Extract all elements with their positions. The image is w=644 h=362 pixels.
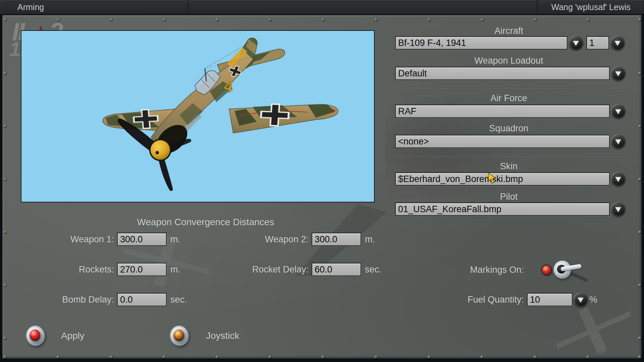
rivet: [533, 18, 536, 21]
rivet: [3, 337, 6, 340]
rivet: [3, 178, 6, 181]
dropdown-arrow-icon: [615, 139, 621, 144]
convergence-title: Weapon Convergence Distances: [105, 216, 306, 229]
apply-button-dome: [30, 329, 40, 341]
dropdown-arrow-icon: [578, 298, 584, 303]
markings-indicator-light: [542, 265, 551, 275]
pilot-label: Pilot: [395, 190, 623, 203]
dropdown-arrow-icon: [573, 41, 579, 46]
weapon1-input[interactable]: 300.0: [117, 233, 167, 246]
airforce-label: Air Force: [395, 92, 623, 105]
apply-label: Apply: [61, 329, 85, 343]
airforce-select[interactable]: RAF: [395, 105, 610, 118]
aircraft-dropdown-button[interactable]: [569, 36, 583, 50]
rivet: [162, 18, 165, 21]
rivet: [427, 18, 430, 21]
markings-label: Markings On:: [443, 263, 524, 277]
rivet: [638, 72, 641, 75]
mouse-cursor-icon: [488, 172, 497, 184]
bomb-delay-label: Bomb Delay:: [47, 293, 114, 306]
pilot-select[interactable]: 01_USAF_KoreaFall.bmp: [395, 202, 610, 216]
rivet: [268, 355, 271, 358]
joystick-label: Joystick: [206, 329, 239, 343]
rivet: [427, 355, 430, 358]
rivet: [215, 355, 218, 358]
rivet: [321, 18, 324, 21]
rockets-input[interactable]: 270.0: [117, 263, 167, 276]
rivet: [638, 337, 641, 340]
skin-select[interactable]: $Eberhard_von_Boremski.bmp: [395, 172, 610, 186]
separator: [392, 88, 627, 89]
weapon2-unit: m.: [365, 233, 375, 246]
skin-dropdown-button[interactable]: [611, 172, 626, 186]
aircraft-label: Aircraft: [395, 24, 623, 38]
bomb-delay-input[interactable]: 0.0: [117, 293, 167, 306]
dropdown-arrow-icon: [614, 41, 621, 46]
rivet: [3, 125, 6, 128]
rivet: [533, 355, 536, 358]
aircraft-count-field[interactable]: 1: [586, 36, 609, 50]
joystick-button-dome: [173, 329, 184, 341]
squadron-dropdown-button[interactable]: [611, 134, 626, 149]
aircraft-preview-image: 4: [21, 31, 374, 202]
rivet: [215, 18, 218, 21]
skin-label: Skin: [395, 160, 623, 173]
rivet: [638, 231, 641, 234]
joystick-button[interactable]: [170, 325, 189, 346]
weapon1-unit: m.: [170, 233, 180, 246]
dropdown-arrow-icon: [615, 207, 621, 212]
weapon2-input[interactable]: 300.0: [312, 233, 361, 246]
dropdown-arrow-icon: [615, 177, 621, 182]
rivet: [3, 355, 6, 358]
rocket-delay-input[interactable]: 60.0: [312, 263, 361, 276]
tab-arming[interactable]: Arming: [0, 0, 188, 14]
title-bar-spacer: [189, 0, 537, 14]
fuel-unit: %: [589, 293, 597, 306]
rivet: [56, 355, 59, 358]
rivet: [586, 18, 589, 21]
fuel-input[interactable]: 10: [527, 293, 573, 306]
rocket-delay-label: Rocket Delay:: [235, 263, 309, 276]
separator: [392, 157, 627, 157]
rivet: [638, 178, 641, 181]
pilot-dropdown-button[interactable]: [611, 202, 626, 217]
rivet: [56, 18, 59, 21]
squadron-select[interactable]: <none>: [395, 135, 610, 148]
apply-button[interactable]: [26, 325, 45, 346]
rivet: [3, 72, 6, 75]
aircraft-select[interactable]: Bf-109 F-4, 1941: [395, 36, 568, 50]
fuel-label: Fuel Quantity:: [443, 293, 524, 306]
airforce-dropdown-button[interactable]: [611, 104, 626, 119]
fuel-dropdown-button[interactable]: [573, 292, 588, 307]
rivet: [374, 18, 377, 21]
player-name: Wang 'wplusaf' Lewis: [538, 0, 644, 14]
squadron-label: Squadron: [395, 122, 623, 135]
rockets-unit: m.: [170, 263, 180, 276]
bomb-delay-unit: sec.: [170, 293, 187, 306]
rivet: [109, 355, 112, 358]
rivet: [638, 18, 641, 21]
dropdown-arrow-icon: [615, 109, 621, 114]
loadout-select[interactable]: Default: [395, 67, 610, 80]
rivet: [586, 355, 589, 358]
rivet: [638, 284, 641, 287]
rivet: [638, 125, 641, 128]
dropdown-arrow-icon: [615, 71, 621, 76]
loadout-label: Weapon Loadout: [395, 54, 623, 67]
weapon1-label: Weapon 1:: [47, 233, 114, 246]
rockets-label: Rockets:: [47, 263, 114, 276]
aircraft-count-dropdown-button[interactable]: [610, 36, 625, 50]
rocket-delay-unit: sec.: [365, 263, 382, 276]
rivet: [3, 284, 6, 287]
rivet: [480, 355, 483, 358]
rivet: [374, 355, 377, 358]
arming-screen: Arming Wang 'wplusaf' Lewis IL★2 1946: [0, 0, 644, 362]
rivet: [109, 18, 112, 21]
rivet: [3, 18, 6, 21]
rivet: [3, 231, 6, 234]
rivet: [268, 18, 271, 21]
rivet: [162, 355, 165, 358]
aircraft-preview: 4: [21, 30, 375, 202]
loadout-dropdown-button[interactable]: [611, 66, 626, 81]
weapon2-label: Weapon 2:: [235, 233, 309, 246]
